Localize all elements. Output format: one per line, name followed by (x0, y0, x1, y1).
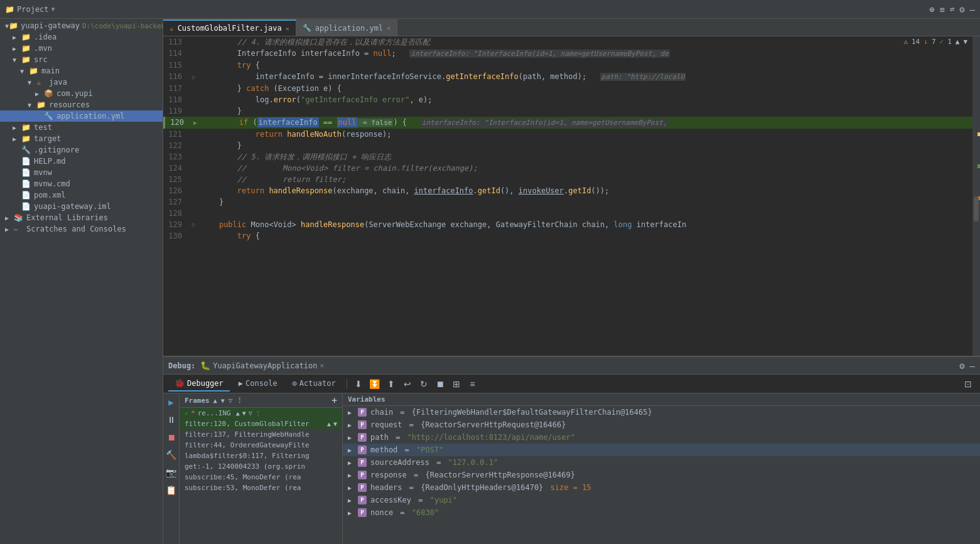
collapse-icon[interactable]: ⇄ (950, 4, 954, 14)
frame-item-7[interactable]: subscribe:45, MonoDefer (rea (180, 472, 342, 483)
var-item-chain[interactable]: ▶ P chain = {FilteringWebHandler$Default… (343, 406, 980, 419)
tree-item-scratches[interactable]: ▶ ✏️ Scratches and Consoles (0, 223, 163, 235)
frame-item-1[interactable]: ✓ * re...ING ▲ ▼ ▽ ⋮ (180, 408, 342, 419)
var-arrow-response[interactable]: ▶ (348, 472, 355, 479)
var-item-path[interactable]: ▶ P path = "http://localhost:8123/api/na… (343, 431, 980, 444)
tree-item-external-libraries[interactable]: ▶ 📚 External Libraries (0, 212, 163, 223)
frames-scroll-down[interactable]: ▼ (221, 397, 225, 404)
frame-scroll-down-btn[interactable]: ▼ (242, 410, 246, 417)
var-item-method[interactable]: ▶ P method = "POST" (343, 444, 980, 456)
debug-app-name[interactable]: YuapiGatewayApplication (213, 361, 317, 370)
tree-item-com-yupi[interactable]: ▶ 📦 com.yupi (0, 88, 163, 99)
frames-more-icon[interactable]: ⋮ (236, 397, 243, 405)
tree-item-pom-xml[interactable]: 📄 pom.xml (0, 189, 163, 201)
var-item-sourceaddress[interactable]: ▶ P sourceAddress = "127.0.0.1" (343, 456, 980, 469)
debug-copy-side-btn[interactable]: 📋 (165, 484, 178, 496)
tree-item-idea[interactable]: ▶ 📁 .idea (0, 31, 163, 43)
frames-filter-icon[interactable]: ▽ (229, 397, 233, 405)
var-arrow-request[interactable]: ▶ (348, 422, 355, 429)
tab-console-label: Console (245, 379, 277, 388)
scrollbar-thumb[interactable] (974, 196, 979, 221)
structure-icon[interactable]: ≡ (939, 4, 944, 14)
debug-minimize-icon[interactable]: — (970, 361, 975, 371)
code-line-125: 125 // return filter; (163, 174, 980, 185)
tree-item-java[interactable]: ▼ ☕ java (0, 77, 163, 88)
debug-tab-close[interactable]: ✕ (320, 361, 325, 370)
frame-item-3[interactable]: filter:137, FilteringWebHandle (180, 429, 342, 440)
tree-item-target[interactable]: ▶ 📁 target (0, 133, 163, 144)
tab-debugger[interactable]: 🐞 Debugger (168, 376, 230, 392)
var-arrow-path[interactable]: ▶ (348, 434, 355, 441)
debug-build-side-btn[interactable]: 🔨 (165, 449, 178, 461)
folder-icon: 📁 (21, 33, 31, 41)
var-item-headers[interactable]: ▶ P headers = {ReadOnlyHttpHeaders@16470… (343, 481, 980, 494)
frame-filter-btn[interactable]: ▽ (249, 410, 252, 417)
tree-arrow: ▼ (28, 102, 36, 109)
var-arrow-sourceaddress[interactable]: ▶ (348, 459, 355, 466)
debug-step-out-btn[interactable]: ⬆ (384, 377, 398, 391)
var-item-response[interactable]: ▶ P response = {ReactorServerHttpRespons… (343, 469, 980, 481)
frame-item-5[interactable]: lambda$filter$0:117, Filtering (180, 451, 342, 461)
tab-close-application-yml[interactable]: ✕ (387, 24, 390, 31)
debug-step-into-btn[interactable]: ⏬ (368, 377, 382, 391)
frame-item-2[interactable]: filter:120, CustomGlobalFilter ▲ ▼ (180, 419, 342, 429)
debug-settings-icon[interactable]: ⚙ (959, 361, 964, 371)
var-arrow-nonce[interactable]: ▶ (348, 509, 355, 516)
minimize-icon[interactable]: — (970, 4, 975, 14)
var-arrow-chain[interactable]: ▶ (348, 409, 355, 416)
debug-pause-side-btn[interactable]: ⏸ (165, 413, 178, 426)
frame-expand-btn[interactable]: ⋮ (255, 410, 261, 417)
tree-item-src[interactable]: ▼ 📁 src (0, 54, 163, 65)
debug-resume-btn[interactable]: ↻ (417, 377, 431, 391)
tree-item-yuapi-gateway[interactable]: ▼ 📁 yuapi-gateway D:\code\yuapi-backend\… (0, 20, 163, 31)
line-gutter-118 (188, 94, 198, 105)
frame-up-2[interactable]: ▲ (327, 420, 331, 427)
frame-item-4[interactable]: filter:44, OrderedGatewayFilte (180, 440, 342, 451)
tree-item-test[interactable]: ▶ 📁 test (0, 122, 163, 133)
tree-item-resources[interactable]: ▼ 📁 resources (0, 99, 163, 110)
tree-item-help-md[interactable]: 📄 HELP.md (0, 156, 163, 167)
tab-close-custom-global-filter[interactable]: ✕ (286, 25, 289, 32)
var-item-request[interactable]: ▶ P request = {ReactorServerHttpRequest@… (343, 419, 980, 431)
settings-icon[interactable]: ⚙ (959, 4, 964, 14)
tab-application-yml[interactable]: 🔧 application.yml ✕ (296, 19, 397, 36)
var-eq-accesskey: = (414, 496, 428, 504)
var-arrow-method[interactable]: ▶ (348, 447, 355, 454)
add-icon[interactable]: ⊕ (929, 4, 934, 14)
variables-label: Variables (348, 395, 385, 403)
frame-item-8[interactable]: subscribe:53, MonoDefer (rea (180, 483, 342, 493)
frame-scroll-up-btn[interactable]: ▲ (236, 410, 240, 417)
tree-item-yuapi-gateway-iml[interactable]: 📄 yuapi-gateway.iml (0, 201, 163, 212)
tab-actuator[interactable]: ⚙ Actuator (286, 376, 342, 392)
debug-restore-layout-btn[interactable]: ⊡ (961, 377, 975, 391)
var-arrow-headers[interactable]: ▶ (348, 484, 355, 491)
tree-item-mvnw-cmd[interactable]: 📄 mvnw.cmd (0, 178, 163, 189)
chevron-up-icon[interactable]: ▲ (956, 38, 960, 46)
debug-more-btn[interactable]: ≡ (466, 377, 480, 391)
scrollbar-track[interactable] (972, 36, 980, 356)
chevron-down-icon[interactable]: ▼ (963, 38, 967, 46)
line-content-119: } (198, 105, 980, 117)
tree-item-mvnw[interactable]: 📄 mvnw (0, 167, 163, 178)
debug-camera-side-btn[interactable]: 📷 (165, 466, 178, 479)
debug-evaluate-btn[interactable]: ⏹ (433, 377, 447, 391)
frames-scroll-up[interactable]: ▲ (213, 397, 217, 404)
frames-add-btn[interactable]: + (332, 395, 337, 405)
debug-step-over-btn[interactable]: ⬇ (352, 377, 365, 391)
debug-run-to-cursor-btn[interactable]: ↩ (401, 377, 414, 391)
frame-down-2[interactable]: ▼ (333, 420, 337, 427)
var-item-accesskey[interactable]: ▶ P accessKey = "yupi" (343, 494, 980, 506)
tree-item-mvn[interactable]: ▶ 📁 .mvn (0, 43, 163, 54)
tree-item-gitignore[interactable]: 🔧 .gitignore (0, 144, 163, 156)
var-item-nonce[interactable]: ▶ P nonce = "6830" (343, 506, 980, 519)
debug-stop-side-btn[interactable]: ⏹ (165, 431, 178, 444)
tab-custom-global-filter[interactable]: ☕ CustomGlobalFilter.java ✕ (163, 19, 296, 36)
debug-resume-side-btn[interactable]: ▶ (165, 396, 178, 408)
tab-console[interactable]: ▶ Console (232, 376, 284, 392)
frame-item-6[interactable]: get:-1, 1240004233 (org.sprin (180, 461, 342, 472)
tree-item-application-yml[interactable]: 🔧 application.yml (0, 110, 163, 122)
line-gutter-115 (188, 60, 198, 71)
debug-frames-btn[interactable]: ⊞ (450, 377, 463, 391)
tree-item-main[interactable]: ▼ 📁 main (0, 65, 163, 77)
var-arrow-accesskey[interactable]: ▶ (348, 497, 355, 504)
